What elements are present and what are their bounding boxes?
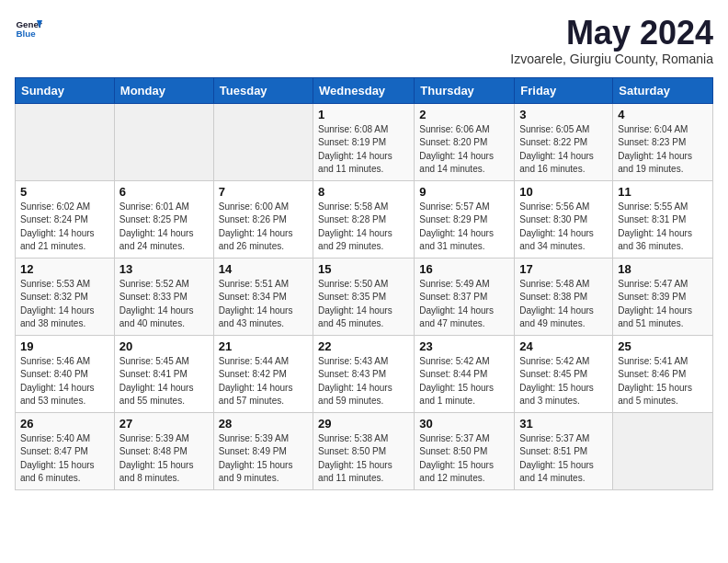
logo-icon: General Blue	[15, 15, 42, 42]
day-number: 26	[20, 417, 109, 431]
day-number: 8	[318, 185, 409, 199]
day-info: Sunrise: 5:53 AMSunset: 8:32 PMDaylight:…	[20, 278, 109, 331]
day-number: 5	[20, 185, 109, 199]
logo: General Blue	[15, 15, 42, 42]
day-info: Sunrise: 5:41 AMSunset: 8:46 PMDaylight:…	[618, 355, 708, 408]
day-cell: 2Sunrise: 6:06 AMSunset: 8:20 PMDaylight…	[415, 103, 515, 180]
day-cell: 15Sunrise: 5:50 AMSunset: 8:35 PMDayligh…	[313, 258, 415, 335]
day-number: 27	[119, 417, 209, 431]
day-cell: 24Sunrise: 5:42 AMSunset: 8:45 PMDayligh…	[515, 335, 613, 412]
day-number: 19	[20, 339, 109, 353]
day-info: Sunrise: 6:05 AMSunset: 8:22 PMDaylight:…	[519, 123, 608, 177]
day-info: Sunrise: 5:48 AMSunset: 8:38 PMDaylight:…	[519, 278, 608, 331]
day-number: 17	[519, 262, 608, 276]
day-number: 31	[519, 417, 608, 431]
day-info: Sunrise: 5:40 AMSunset: 8:47 PMDaylight:…	[20, 432, 109, 486]
day-number: 3	[519, 108, 608, 121]
day-number: 14	[219, 262, 308, 276]
day-info: Sunrise: 5:58 AMSunset: 8:28 PMDaylight:…	[318, 201, 409, 254]
day-number: 12	[20, 262, 109, 276]
day-cell: 3Sunrise: 6:05 AMSunset: 8:22 PMDaylight…	[515, 103, 613, 180]
day-info: Sunrise: 5:47 AMSunset: 8:39 PMDaylight:…	[618, 278, 708, 331]
day-cell: 9Sunrise: 5:57 AMSunset: 8:29 PMDaylight…	[415, 180, 515, 258]
day-cell: 16Sunrise: 5:49 AMSunset: 8:37 PMDayligh…	[415, 258, 515, 335]
day-cell: 21Sunrise: 5:44 AMSunset: 8:42 PMDayligh…	[213, 335, 313, 412]
day-info: Sunrise: 5:39 AMSunset: 8:48 PMDaylight:…	[119, 432, 209, 486]
day-info: Sunrise: 5:49 AMSunset: 8:37 PMDaylight:…	[419, 278, 509, 331]
day-info: Sunrise: 5:44 AMSunset: 8:42 PMDaylight:…	[219, 355, 308, 408]
day-cell: 19Sunrise: 5:46 AMSunset: 8:40 PMDayligh…	[16, 335, 115, 412]
day-info: Sunrise: 5:45 AMSunset: 8:41 PMDaylight:…	[119, 355, 209, 408]
day-cell: 20Sunrise: 5:45 AMSunset: 8:41 PMDayligh…	[114, 335, 213, 412]
weekday-sunday: Sunday	[16, 77, 115, 103]
day-info: Sunrise: 5:57 AMSunset: 8:29 PMDaylight:…	[419, 201, 509, 254]
day-info: Sunrise: 6:01 AMSunset: 8:25 PMDaylight:…	[119, 201, 209, 254]
day-number: 9	[419, 185, 509, 199]
day-info: Sunrise: 5:37 AMSunset: 8:50 PMDaylight:…	[419, 432, 509, 486]
week-row-2: 12Sunrise: 5:53 AMSunset: 8:32 PMDayligh…	[16, 258, 713, 335]
day-cell: 5Sunrise: 6:02 AMSunset: 8:24 PMDaylight…	[16, 180, 115, 258]
day-cell: 1Sunrise: 6:08 AMSunset: 8:19 PMDaylight…	[313, 103, 415, 180]
day-number: 4	[618, 108, 708, 121]
day-cell	[16, 103, 115, 180]
day-info: Sunrise: 5:42 AMSunset: 8:44 PMDaylight:…	[419, 355, 509, 408]
weekday-header-row: SundayMondayTuesdayWednesdayThursdayFrid…	[16, 77, 713, 103]
day-info: Sunrise: 5:38 AMSunset: 8:50 PMDaylight:…	[318, 432, 409, 486]
weekday-friday: Friday	[515, 77, 613, 103]
day-cell	[114, 103, 213, 180]
day-number: 10	[519, 185, 608, 199]
day-cell: 13Sunrise: 5:52 AMSunset: 8:33 PMDayligh…	[114, 258, 213, 335]
day-cell: 10Sunrise: 5:56 AMSunset: 8:30 PMDayligh…	[515, 180, 613, 258]
day-number: 30	[419, 417, 509, 431]
day-cell: 4Sunrise: 6:04 AMSunset: 8:23 PMDaylight…	[613, 103, 713, 180]
day-cell: 14Sunrise: 5:51 AMSunset: 8:34 PMDayligh…	[213, 258, 313, 335]
title-block: May 2024 Izvoarele, Giurgiu County, Roma…	[510, 15, 713, 66]
weekday-wednesday: Wednesday	[313, 77, 415, 103]
weekday-saturday: Saturday	[613, 77, 713, 103]
day-info: Sunrise: 5:37 AMSunset: 8:51 PMDaylight:…	[519, 432, 608, 486]
day-number: 1	[318, 108, 409, 121]
day-cell: 7Sunrise: 6:00 AMSunset: 8:26 PMDaylight…	[213, 180, 313, 258]
day-cell: 22Sunrise: 5:43 AMSunset: 8:43 PMDayligh…	[313, 335, 415, 412]
day-info: Sunrise: 5:52 AMSunset: 8:33 PMDaylight:…	[119, 278, 209, 331]
day-info: Sunrise: 6:04 AMSunset: 8:23 PMDaylight:…	[618, 123, 708, 177]
day-info: Sunrise: 6:08 AMSunset: 8:19 PMDaylight:…	[318, 123, 409, 177]
day-cell: 27Sunrise: 5:39 AMSunset: 8:48 PMDayligh…	[114, 412, 213, 489]
day-cell: 26Sunrise: 5:40 AMSunset: 8:47 PMDayligh…	[16, 412, 115, 489]
day-number: 29	[318, 417, 409, 431]
weekday-monday: Monday	[114, 77, 213, 103]
page-header: General Blue May 2024 Izvoarele, Giurgiu…	[15, 15, 713, 66]
day-info: Sunrise: 6:00 AMSunset: 8:26 PMDaylight:…	[219, 201, 308, 254]
day-number: 28	[219, 417, 308, 431]
week-row-3: 19Sunrise: 5:46 AMSunset: 8:40 PMDayligh…	[16, 335, 713, 412]
day-cell: 29Sunrise: 5:38 AMSunset: 8:50 PMDayligh…	[313, 412, 415, 489]
day-cell	[213, 103, 313, 180]
day-cell: 31Sunrise: 5:37 AMSunset: 8:51 PMDayligh…	[515, 412, 613, 489]
day-number: 16	[419, 262, 509, 276]
location: Izvoarele, Giurgiu County, Romania	[510, 52, 713, 66]
day-info: Sunrise: 5:55 AMSunset: 8:31 PMDaylight:…	[618, 201, 708, 254]
svg-text:Blue: Blue	[17, 29, 37, 39]
day-cell	[613, 412, 713, 489]
day-cell: 11Sunrise: 5:55 AMSunset: 8:31 PMDayligh…	[613, 180, 713, 258]
day-info: Sunrise: 5:50 AMSunset: 8:35 PMDaylight:…	[318, 278, 409, 331]
day-info: Sunrise: 6:02 AMSunset: 8:24 PMDaylight:…	[20, 201, 109, 254]
day-number: 15	[318, 262, 409, 276]
day-info: Sunrise: 5:51 AMSunset: 8:34 PMDaylight:…	[219, 278, 308, 331]
day-cell: 18Sunrise: 5:47 AMSunset: 8:39 PMDayligh…	[613, 258, 713, 335]
day-number: 20	[119, 339, 209, 353]
calendar-body: 1Sunrise: 6:08 AMSunset: 8:19 PMDaylight…	[16, 103, 713, 489]
day-number: 7	[219, 185, 308, 199]
day-info: Sunrise: 5:42 AMSunset: 8:45 PMDaylight:…	[519, 355, 608, 408]
day-number: 13	[119, 262, 209, 276]
weekday-thursday: Thursday	[415, 77, 515, 103]
week-row-1: 5Sunrise: 6:02 AMSunset: 8:24 PMDaylight…	[16, 180, 713, 258]
day-info: Sunrise: 5:39 AMSunset: 8:49 PMDaylight:…	[219, 432, 308, 486]
day-number: 18	[618, 262, 708, 276]
week-row-0: 1Sunrise: 6:08 AMSunset: 8:19 PMDaylight…	[16, 103, 713, 180]
day-info: Sunrise: 5:46 AMSunset: 8:40 PMDaylight:…	[20, 355, 109, 408]
day-info: Sunrise: 6:06 AMSunset: 8:20 PMDaylight:…	[419, 123, 509, 177]
day-cell: 23Sunrise: 5:42 AMSunset: 8:44 PMDayligh…	[415, 335, 515, 412]
calendar-table: SundayMondayTuesdayWednesdayThursdayFrid…	[15, 77, 713, 490]
day-cell: 25Sunrise: 5:41 AMSunset: 8:46 PMDayligh…	[613, 335, 713, 412]
